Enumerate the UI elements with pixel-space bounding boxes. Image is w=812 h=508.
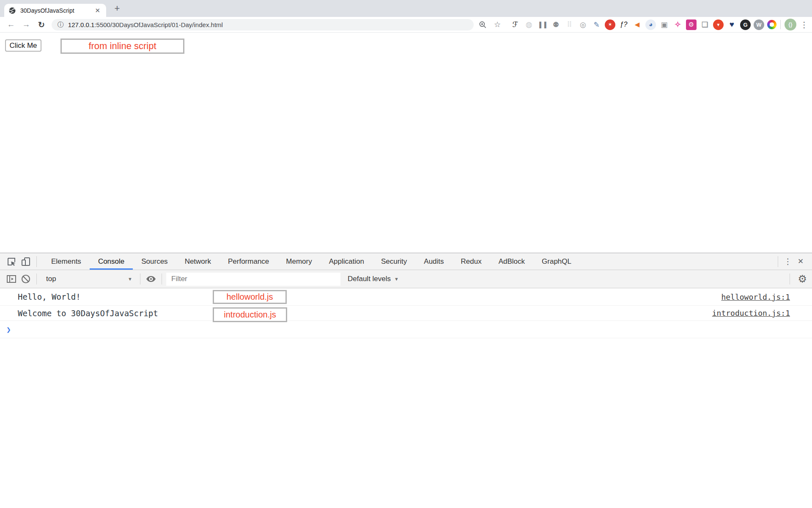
tab-sources[interactable]: Sources xyxy=(133,253,176,270)
devtools-close-icon[interactable]: ✕ xyxy=(794,257,807,266)
tab-redux[interactable]: Redux xyxy=(453,253,490,270)
log-levels-select[interactable]: Default levels ▼ xyxy=(348,275,399,283)
pink-gear-extension-icon[interactable]: ⚙ xyxy=(686,19,697,30)
favicon-globe-icon xyxy=(8,7,16,14)
browser-toolbar: ← → ↻ ⓘ 127.0.0.1:5500/30DaysOfJavaScrip… xyxy=(0,17,812,33)
browser-tab[interactable]: 30DaysOfJavaScript ✕ xyxy=(4,4,106,17)
dropper-extension-icon[interactable]: ✎ xyxy=(591,19,602,30)
bookmark-star-icon[interactable]: ☆ xyxy=(492,20,502,29)
tab-security[interactable]: Security xyxy=(373,253,415,270)
console-prompt-chevron-icon: ❯ xyxy=(6,325,11,334)
faded-circle-extension-icon[interactable]: ◍ xyxy=(524,19,534,30)
device-toolbar-icon[interactable] xyxy=(19,255,33,268)
tab-elements[interactable]: Elements xyxy=(43,253,90,270)
click-me-button[interactable]: Click Me xyxy=(5,39,41,52)
monocle-extension-icon[interactable]: ◎ xyxy=(578,19,588,30)
extension-icons: ℱ ◍ ▌▐ ⚉ ⠿ ◎ ✎ ✶ ƒ? ◀ ◕ ▣ ✧ ⚙ ❏ ▼ ♥ G W xyxy=(510,19,776,30)
execution-context-select[interactable]: top ▼ xyxy=(40,275,137,283)
console-source-link[interactable]: introduction.js:1 xyxy=(712,309,790,318)
console-source-link[interactable]: helloworld.js:1 xyxy=(721,293,790,301)
console-message-row: Hello, World! helloworld.js:1 xyxy=(0,288,812,306)
console-toolbar-separator xyxy=(162,273,162,284)
address-bar[interactable]: ⓘ 127.0.0.1:5500/30DaysOfJavaScript/01-D… xyxy=(52,19,474,30)
tab-graphql[interactable]: GraphQL xyxy=(533,253,580,270)
rainbow-ring-extension-icon[interactable] xyxy=(767,20,776,29)
tab-title: 30DaysOfJavaScript xyxy=(20,7,93,14)
tab-audits[interactable]: Audits xyxy=(415,253,452,270)
devtools-tab-bar: Elements Console Sources Network Perform… xyxy=(0,253,812,270)
site-info-icon[interactable]: ⓘ xyxy=(58,21,64,29)
tab-close-icon[interactable]: ✕ xyxy=(93,7,102,14)
g-circle-extension-icon[interactable]: G xyxy=(740,19,751,30)
forward-icon[interactable]: → xyxy=(21,20,31,29)
console-output: Hello, World! helloworld.js:1 Welcome to… xyxy=(0,288,812,508)
zoom-icon[interactable] xyxy=(479,21,489,29)
swirl-extension-icon[interactable]: ◕ xyxy=(645,19,656,30)
tab-application[interactable]: Application xyxy=(321,253,373,270)
script-f-extension-icon[interactable]: ℱ xyxy=(510,19,521,30)
console-prompt-row[interactable]: ❯ xyxy=(0,321,812,338)
console-message-text: Hello, World! xyxy=(18,292,81,301)
console-settings-gear-icon[interactable]: ⚙ xyxy=(798,273,807,285)
console-toolbar: top ▼ Default levels ▼ ⚙ xyxy=(0,270,812,288)
tab-console[interactable]: Console xyxy=(90,253,133,270)
url-text: 127.0.0.1:5500/30DaysOfJavaScript/01-Day… xyxy=(68,21,223,28)
console-toolbar-separator xyxy=(36,273,37,284)
profile-avatar[interactable]: {} xyxy=(785,19,796,30)
heart-search-extension-icon[interactable]: ♥ xyxy=(727,19,737,30)
console-toolbar-separator xyxy=(790,273,790,284)
levels-label: Default levels xyxy=(348,275,391,283)
console-filter-input[interactable] xyxy=(166,273,340,286)
megaphone-extension-icon[interactable]: ◀ xyxy=(632,19,642,30)
devtools-panel: Elements Console Sources Network Perform… xyxy=(0,253,812,508)
grid-extension-icon[interactable]: ⠿ xyxy=(564,19,575,30)
chevron-down-icon: ▼ xyxy=(128,276,132,282)
hand-blocker-extension-icon[interactable]: ✶ xyxy=(605,19,615,30)
devtools-separator xyxy=(778,256,778,267)
reload-icon[interactable]: ↻ xyxy=(36,20,47,30)
browser-window: 30DaysOfJavaScript ✕ + ← → ↻ ⓘ 127.0.0.1… xyxy=(0,0,812,508)
tab-strip: 30DaysOfJavaScript ✕ + xyxy=(0,0,812,17)
columns-extension-icon[interactable]: ▌▐ xyxy=(537,19,548,30)
tab-memory[interactable]: Memory xyxy=(277,253,320,270)
bookmark-circle-extension-icon[interactable]: ▼ xyxy=(713,19,724,30)
console-message-text: Welcome to 30DaysOfJavaScript xyxy=(18,309,158,318)
new-tab-button[interactable]: + xyxy=(111,2,123,15)
clear-console-icon[interactable] xyxy=(19,273,33,285)
bug-extension-icon[interactable]: ⚉ xyxy=(551,19,561,30)
back-icon[interactable]: ← xyxy=(6,20,16,29)
console-message-row: Welcome to 30DaysOfJavaScript introducti… xyxy=(0,306,812,321)
page-content: Click Me from inline script xyxy=(0,33,812,253)
pink-star-extension-icon[interactable]: ✧ xyxy=(672,19,683,30)
camera-extension-icon[interactable]: ▣ xyxy=(659,19,669,30)
inline-script-annotation: from inline script xyxy=(60,39,184,54)
console-sidebar-toggle-icon[interactable] xyxy=(4,273,19,285)
corner-arrows-extension-icon[interactable]: ❏ xyxy=(700,19,710,30)
w-circle-extension-icon[interactable]: W xyxy=(754,19,764,30)
inspect-element-icon[interactable] xyxy=(4,255,19,268)
toolbar-separator xyxy=(780,20,781,29)
devtools-tabbar-controls: ⋮ ✕ xyxy=(774,256,812,267)
tab-network[interactable]: Network xyxy=(176,253,219,270)
live-expression-eye-icon[interactable] xyxy=(144,273,158,285)
chevron-down-icon: ▼ xyxy=(394,276,399,282)
introduction-annotation: introduction.js xyxy=(213,307,287,322)
devtools-tabs: Elements Console Sources Network Perform… xyxy=(43,253,580,270)
console-toolbar-separator xyxy=(140,273,140,284)
tab-performance[interactable]: Performance xyxy=(219,253,277,270)
helloworld-annotation: helloworld.js xyxy=(213,290,287,304)
browser-menu-icon[interactable]: ⋮ xyxy=(800,20,808,30)
f-question-extension-icon[interactable]: ƒ? xyxy=(618,19,629,30)
devtools-menu-icon[interactable]: ⋮ xyxy=(782,257,794,266)
tab-adblock[interactable]: AdBlock xyxy=(490,253,533,270)
devtools-separator xyxy=(36,256,37,267)
context-label: top xyxy=(46,275,56,283)
